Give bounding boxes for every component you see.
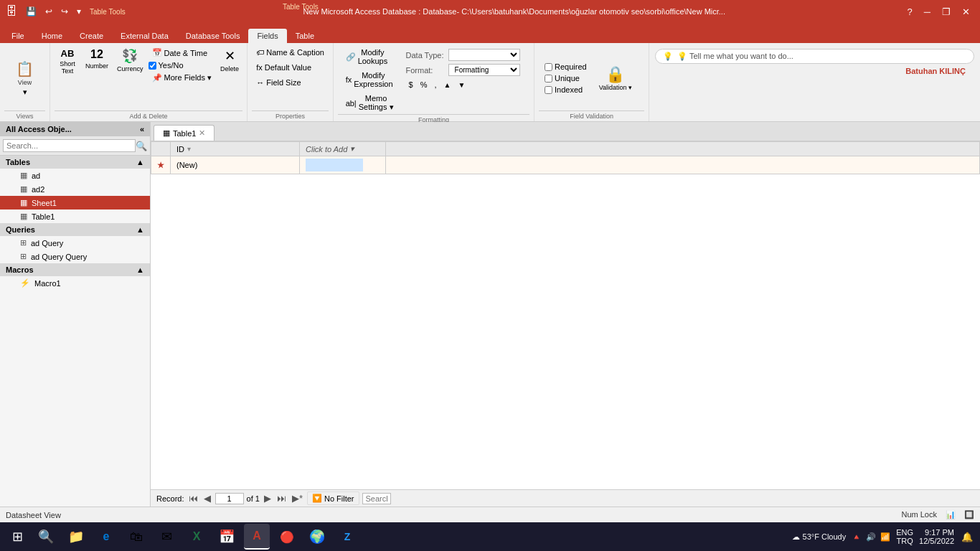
speaker-icon[interactable]: 🔊	[866, 532, 876, 542]
click-to-add-btn[interactable]: Click to Add ▾	[306, 144, 380, 154]
modify-expression-btn[interactable]: fx ModifyExpression	[342, 69, 397, 90]
tab-database-tools[interactable]: Database Tools	[177, 29, 249, 43]
validation-button[interactable]: 🔒 Validation ▾	[593, 62, 639, 95]
status-bar: Datasheet View Num Lock 📊 🔲	[0, 507, 980, 522]
title-bar-title: New Microsoft Access Database : Database…	[126, 7, 903, 16]
number-btn[interactable]: 12 Number	[82, 46, 112, 72]
format-select[interactable]: Formatting	[448, 64, 520, 76]
name-caption-btn[interactable]: 🏷 Name & Caption	[253, 46, 328, 59]
taskbar-file-explorer[interactable]: 📁	[63, 524, 89, 550]
unique-label: Unique	[555, 74, 580, 83]
date-time-btn[interactable]: 📅 Date & Time	[149, 46, 216, 60]
default-value-btn[interactable]: fx Default Value	[253, 61, 315, 74]
click-to-add-dropdown[interactable]: ▾	[350, 144, 354, 154]
nav-header[interactable]: All Access Obje... «	[0, 122, 150, 136]
macros-collapse-icon: ▲	[136, 265, 144, 274]
record-last-btn[interactable]: ⏭	[275, 491, 288, 505]
nav-item-ad[interactable]: ▦ ad	[0, 169, 150, 182]
nav-item-table1[interactable]: ▦ Table1	[0, 209, 150, 223]
nav-item-macro1[interactable]: ⚡ Macro1	[0, 276, 150, 290]
new-row-input[interactable]	[306, 159, 363, 171]
taskbar-zoom[interactable]: Z	[334, 524, 360, 550]
percent-fmt-btn[interactable]: %	[418, 79, 430, 90]
layout-view-icon[interactable]: 🔲	[964, 510, 974, 519]
dec-dec-btn[interactable]: ▼	[455, 80, 468, 90]
restore-btn[interactable]: ❐	[938, 5, 955, 19]
taskbar-access-2[interactable]: 🔴	[274, 524, 300, 550]
nav-search-button[interactable]: 🔍	[136, 141, 147, 151]
system-tray-expand[interactable]: 🔺	[852, 532, 862, 542]
indexed-checkbox[interactable]	[545, 86, 552, 94]
taskbar-calendar[interactable]: 📅	[214, 524, 240, 550]
taskbar-clock[interactable]: 9:17 PM 12/5/2022	[919, 528, 954, 545]
tab-close-btn[interactable]: ✕	[199, 128, 205, 138]
weather-icon: ☁	[792, 532, 800, 542]
required-checkbox[interactable]	[545, 63, 552, 71]
help-btn[interactable]: ?	[903, 5, 917, 19]
taskbar-mail[interactable]: ✉	[154, 524, 179, 550]
field-validation-group-label: Field Validation	[539, 110, 644, 120]
comma-fmt-btn[interactable]: ,	[431, 79, 439, 90]
yes-no-checkbox[interactable]	[149, 62, 156, 70]
dec-inc-btn[interactable]: ▲	[441, 80, 454, 90]
network-icon[interactable]: 📶	[880, 532, 890, 542]
record-first-btn[interactable]: ⏮	[187, 491, 199, 505]
required-label: Required	[555, 62, 587, 71]
view-button[interactable]: 📋 View ▾	[11, 57, 38, 100]
record-next-btn[interactable]: ▶	[263, 491, 273, 505]
quick-access-dropdown[interactable]: ▾	[74, 5, 84, 18]
short-text-btn[interactable]: AB ShortText	[55, 46, 80, 77]
taskbar-edge[interactable]: e	[93, 524, 119, 550]
tell-me-btn[interactable]: 💡 💡 Tell me what you want to do...	[655, 49, 974, 64]
nav-section-tables[interactable]: Tables ▲	[0, 156, 150, 169]
tab-table[interactable]: Table	[287, 29, 323, 43]
click-to-add-header[interactable]: Click to Add ▾	[300, 142, 386, 156]
tab-fields[interactable]: Fields	[248, 29, 286, 43]
nav-item-sheet1[interactable]: ▦ Sheet1	[0, 196, 150, 209]
new-row-input-cell[interactable]	[300, 156, 386, 174]
notification-btn[interactable]: 🔔	[960, 530, 974, 544]
search-input[interactable]	[362, 493, 391, 504]
record-new-btn[interactable]: ▶*	[291, 491, 304, 505]
tab-external-data[interactable]: External Data	[112, 29, 177, 43]
datasheet-view-icon[interactable]: 📊	[946, 510, 956, 519]
redo-btn[interactable]: ↪	[58, 5, 71, 18]
minimize-btn[interactable]: ─	[920, 5, 935, 19]
delete-btn[interactable]: ✕ Delete	[217, 46, 242, 75]
nav-item-ad-query[interactable]: ⊞ ad Query	[0, 236, 150, 250]
tab-home[interactable]: Home	[33, 29, 71, 43]
close-btn[interactable]: ✕	[958, 5, 974, 19]
language-indicator[interactable]: ENG TRQ	[896, 528, 913, 545]
taskbar-search[interactable]: 🔍	[33, 524, 59, 550]
no-filter-area: 🔽 No Filter	[307, 491, 359, 505]
content-area: ▦ Table1 ✕ ID ▾	[151, 122, 980, 507]
currency-btn[interactable]: 💱 Currency	[113, 46, 147, 75]
taskbar-chrome[interactable]: 🌍	[304, 524, 330, 550]
id-column-header[interactable]: ID ▾	[171, 142, 300, 156]
taskbar-access[interactable]: A	[244, 524, 270, 550]
field-size-btn[interactable]: ↔ Field Size	[253, 76, 304, 89]
nav-item-ad-query-query[interactable]: ⊞ ad Query Query	[0, 250, 150, 263]
undo-btn[interactable]: ↩	[42, 5, 55, 18]
record-current-input[interactable]	[215, 493, 244, 504]
id-col-dropdown[interactable]: ▾	[187, 145, 191, 153]
nav-search-input[interactable]	[3, 139, 136, 152]
save-btn[interactable]: 💾	[23, 5, 39, 18]
tab-file[interactable]: File	[3, 29, 33, 43]
table-tab-table1[interactable]: ▦ Table1 ✕	[154, 125, 215, 141]
tools-label: Table Tools	[90, 8, 126, 16]
modify-lookups-btn[interactable]: 🔗 ModifyLookups	[342, 46, 397, 67]
nav-section-queries[interactable]: Queries ▲	[0, 223, 150, 236]
taskbar-store[interactable]: 🛍	[123, 524, 149, 550]
memo-settings-btn[interactable]: ab| MemoSettings ▾	[342, 92, 397, 114]
nav-section-macros[interactable]: Macros ▲	[0, 263, 150, 276]
more-fields-btn[interactable]: 📌 More Fields ▾	[149, 71, 216, 85]
taskbar-excel[interactable]: X	[184, 524, 209, 550]
data-type-select[interactable]	[448, 49, 520, 61]
start-button[interactable]: ⊞	[6, 525, 29, 548]
record-prev-btn[interactable]: ◀	[202, 491, 212, 505]
nav-item-ad2[interactable]: ▦ ad2	[0, 182, 150, 196]
tab-create[interactable]: Create	[71, 29, 112, 43]
unique-checkbox[interactable]	[545, 75, 552, 83]
currency-fmt-btn[interactable]: $	[406, 79, 416, 90]
